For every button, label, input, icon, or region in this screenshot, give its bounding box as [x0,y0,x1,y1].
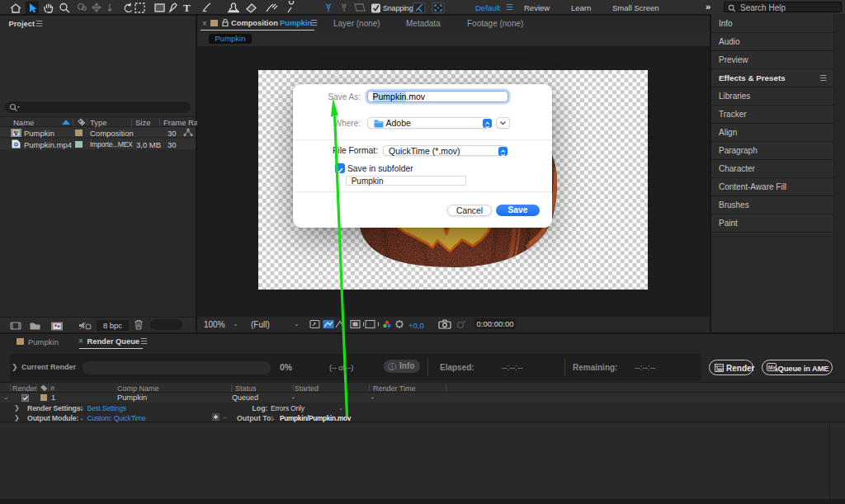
svg-text:T: T [183,2,191,14]
svg-text:Snapping: Snapping [383,4,413,12]
svg-text:Me: Me [768,365,777,370]
